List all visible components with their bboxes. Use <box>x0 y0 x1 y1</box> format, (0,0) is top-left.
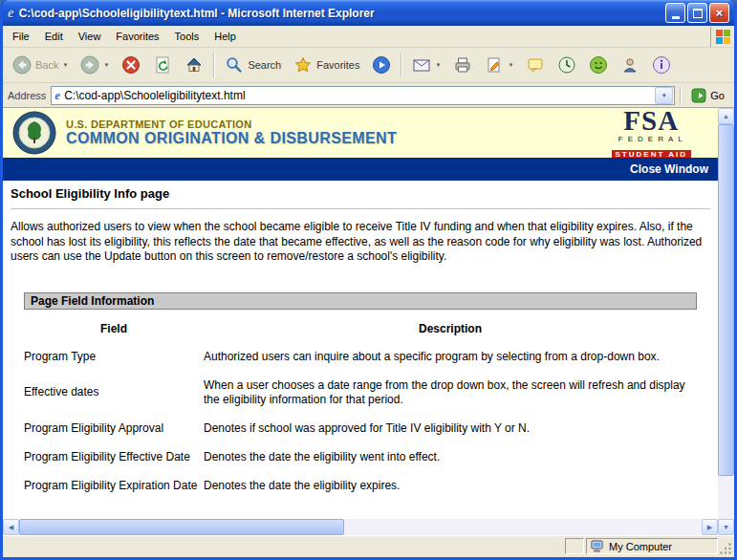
table-row-field: Program Eligibility Expiration Date <box>24 479 204 493</box>
page-body: School Eligibility Info page Allows auth… <box>3 181 718 519</box>
table-row-field: Program Type <box>24 350 204 364</box>
cod-title: COMMON ORIGINATION & DISBURSEMENT <box>66 130 397 147</box>
dept-line: U.S. DEPARTMENT OF EDUCATION <box>66 118 397 130</box>
mail-button[interactable]: ▼ <box>406 52 446 78</box>
messenger-icon <box>589 55 608 75</box>
media-icon <box>372 55 391 75</box>
resize-grip[interactable] <box>718 537 732 555</box>
refresh-icon <box>153 55 172 75</box>
vertical-scrollbar-thumb[interactable] <box>718 124 734 476</box>
restore-button[interactable] <box>687 3 707 23</box>
refresh-button[interactable] <box>147 52 178 78</box>
minimize-button[interactable] <box>665 3 685 23</box>
horizontal-scrollbar-track[interactable] <box>344 519 702 535</box>
back-label: Back <box>35 59 58 71</box>
scroll-down-button[interactable]: ▼ <box>718 519 734 535</box>
horizontal-scrollbar-thumb[interactable] <box>19 519 344 535</box>
menu-edit[interactable]: Edit <box>37 28 71 45</box>
column-header-description: Description <box>204 322 697 335</box>
zone-label: My Computer <box>609 541 672 552</box>
table-row-field: Program Eligibility Effective Date <box>24 450 204 464</box>
home-icon <box>184 55 204 75</box>
close-icon: × <box>716 6 724 20</box>
favorites-button[interactable]: Favorites <box>288 52 365 78</box>
cod-banner: U.S. DEPARTMENT OF EDUCATION COMMON ORIG… <box>3 108 718 158</box>
print-button[interactable] <box>447 52 478 78</box>
address-dropdown-button[interactable]: ▼ <box>655 87 673 104</box>
column-header-field: Field <box>24 322 204 335</box>
field-table: Field Description Program Type Authorize… <box>24 322 697 493</box>
scroll-right-button[interactable]: ▶ <box>702 519 718 535</box>
education-seal-icon <box>12 111 56 155</box>
restore-icon <box>693 9 703 18</box>
history-button[interactable] <box>552 52 582 78</box>
forward-icon <box>80 55 99 75</box>
forward-dropdown-icon[interactable]: ▼ <box>103 62 109 68</box>
my-computer-icon <box>591 540 605 552</box>
vertical-scrollbar[interactable]: ▲ ▼ <box>718 108 734 535</box>
research-button[interactable] <box>646 52 677 78</box>
navy-bar: Close Window <box>3 158 718 181</box>
status-message-panel <box>5 537 565 555</box>
edit-dropdown-icon[interactable]: ▼ <box>508 62 513 68</box>
status-bar: My Computer <box>3 535 734 557</box>
favorites-label: Favorites <box>316 59 359 71</box>
toolbar-separator <box>213 53 215 77</box>
favorites-star-icon <box>293 55 313 75</box>
divider <box>11 208 710 209</box>
search-button[interactable]: Search <box>219 52 287 78</box>
print-icon <box>453 55 472 75</box>
table-row-field: Program Eligibility Approval <box>24 421 204 436</box>
horizontal-scrollbar[interactable]: ◀ ▶ <box>3 519 718 535</box>
security-zone-panel: My Computer <box>586 538 718 554</box>
menu-help[interactable]: Help <box>206 28 244 45</box>
menu-bar: File Edit View Favorites Tools Help <box>3 26 734 48</box>
messenger-button[interactable] <box>583 52 614 78</box>
menu-view[interactable]: View <box>71 28 109 45</box>
contacts-icon <box>620 55 639 75</box>
status-progress-panel <box>565 538 584 554</box>
address-separator <box>680 86 682 105</box>
table-row-description: When a user chooses a date range from th… <box>204 378 697 407</box>
mail-dropdown-icon[interactable]: ▼ <box>435 62 441 68</box>
stop-icon <box>121 55 141 75</box>
scroll-left-button[interactable]: ◀ <box>3 519 19 535</box>
table-row-description: Denotes the date the eligibility went in… <box>204 450 697 464</box>
forward-button[interactable]: ▼ <box>75 52 115 78</box>
mail-icon <box>412 55 431 75</box>
back-dropdown-icon[interactable]: ▼ <box>62 62 68 68</box>
back-button[interactable]: Back ▼ <box>7 52 74 78</box>
close-button[interactable]: × <box>709 3 729 23</box>
go-button[interactable]: Go <box>686 87 729 104</box>
page-icon: e <box>54 89 60 101</box>
back-icon <box>12 55 32 75</box>
discuss-icon <box>526 55 545 75</box>
media-button[interactable] <box>366 52 397 78</box>
vertical-scrollbar-track[interactable] <box>718 476 734 519</box>
go-icon <box>691 88 706 103</box>
page-content: U.S. DEPARTMENT OF EDUCATION COMMON ORIG… <box>3 108 718 535</box>
history-icon <box>557 55 576 75</box>
close-window-link[interactable]: Close Window <box>630 162 708 176</box>
address-input[interactable]: e C:\cod-app\Schooleligibilitytext.html … <box>51 86 675 105</box>
menu-favorites[interactable]: Favorites <box>108 28 166 45</box>
go-label: Go <box>710 90 725 101</box>
discuss-button[interactable] <box>520 52 551 78</box>
title-bar[interactable]: e C:\cod-app\Schooleligibilitytext.html … <box>3 0 734 26</box>
stop-button[interactable] <box>116 52 146 78</box>
address-label: Address <box>8 90 46 101</box>
scroll-up-button[interactable]: ▲ <box>718 108 734 124</box>
section-header: Page Field Information <box>24 292 697 310</box>
table-row-description: Denotes the date the eligibility expires… <box>204 479 697 493</box>
contacts-button[interactable] <box>615 52 645 78</box>
menu-file[interactable]: File <box>5 28 37 45</box>
edit-button[interactable]: ▼ <box>479 52 519 78</box>
page-title: School Eligibility Info page <box>11 186 710 201</box>
fsa-logo: FSA FEDERAL STUDENT AID <box>612 108 691 160</box>
standard-toolbar: Back ▼ ▼ Search Favorites <box>3 48 734 83</box>
intro-paragraph: Allows authorized users to view when the… <box>11 220 710 265</box>
window-title: C:\cod-app\Schooleligibilitytext.html - … <box>19 7 661 20</box>
browser-window: e C:\cod-app\Schooleligibilitytext.html … <box>0 0 737 560</box>
menu-tools[interactable]: Tools <box>167 28 207 45</box>
home-button[interactable] <box>179 52 209 78</box>
